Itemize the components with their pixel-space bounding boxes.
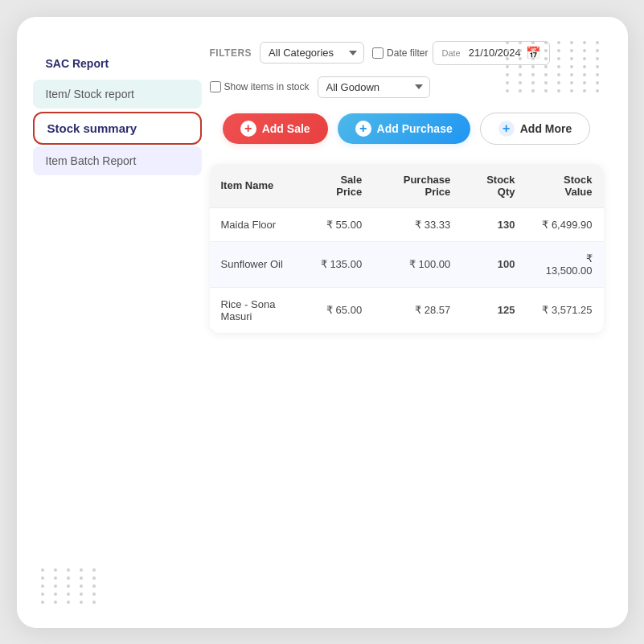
col-stock-value: Stock Value [527, 164, 604, 208]
cell-stock-value: ₹ 6,499.90 [527, 207, 604, 241]
table-row[interactable]: Rice - Sona Masuri₹ 65.00₹ 28.57125₹ 3,5… [210, 287, 604, 333]
table-row[interactable]: Sunflower Oil₹ 135.00₹ 100.00100₹ 13,500… [210, 241, 604, 287]
add-purchase-button[interactable]: + Add Purchase [338, 113, 470, 144]
action-row: + Add Sale + Add Purchase + Add More [210, 113, 604, 145]
cell-stock-value: ₹ 13,500.00 [527, 241, 604, 287]
col-sale-price: Sale Price [306, 164, 373, 208]
cell-sale-price: ₹ 55.00 [306, 207, 373, 241]
filters-label: FILTERS [210, 47, 252, 59]
date-filter-checkbox-wrap: Date filter [372, 47, 428, 59]
sidebar: SAC Report Item/ Stock report Stock summ… [33, 41, 202, 333]
cell-purchase-price: ₹ 100.00 [373, 241, 461, 287]
sidebar-item-item-batch[interactable]: Item Batch Report [33, 146, 202, 175]
cell-stock-qty: 130 [461, 207, 526, 241]
cell-purchase-price: ₹ 28.57 [373, 287, 461, 333]
cell-item-name: Sunflower Oil [210, 241, 307, 287]
cell-sale-price: ₹ 135.00 [306, 241, 373, 287]
col-purchase-price: Purchase Price [373, 164, 461, 208]
add-sale-label: Add Sale [262, 122, 310, 135]
sidebar-item-item-stock[interactable]: Item/ Stock report [33, 80, 202, 109]
cell-purchase-price: ₹ 33.33 [373, 207, 461, 241]
dot-pattern-bottom-left [41, 568, 100, 604]
cell-stock-value: ₹ 3,571.25 [527, 287, 604, 333]
main-card: SAC Report Item/ Stock report Stock summ… [17, 17, 628, 628]
cell-item-name: Rice - Sona Masuri [210, 287, 307, 333]
add-more-label: Add More [520, 122, 572, 135]
godown-dropdown[interactable]: All Godown [318, 76, 430, 98]
dot-pattern-top-right [506, 41, 604, 92]
date-filter-checkbox[interactable] [372, 47, 384, 59]
show-items-label: Show items in stock [224, 81, 310, 92]
date-label: Date [441, 48, 460, 58]
cell-item-name: Maida Floor [210, 207, 307, 241]
cell-stock-qty: 100 [461, 241, 526, 287]
cell-stock-qty: 125 [461, 287, 526, 333]
stock-table: Item Name Sale Price Purchase Price Stoc… [210, 164, 604, 333]
add-more-button[interactable]: + Add More [480, 113, 591, 145]
show-items-checkbox[interactable] [210, 81, 221, 92]
col-item-name: Item Name [210, 164, 307, 208]
sidebar-item-sac-report[interactable]: SAC Report [33, 49, 202, 78]
add-purchase-icon: + [355, 121, 371, 137]
table-row[interactable]: Maida Floor₹ 55.00₹ 33.33130₹ 6,499.90 [210, 207, 604, 241]
add-more-icon: + [498, 121, 515, 137]
table-body: Maida Floor₹ 55.00₹ 33.33130₹ 6,499.90Su… [210, 207, 604, 333]
category-dropdown[interactable]: All Categories [260, 42, 364, 64]
date-filter-label: Date filter [387, 47, 428, 59]
col-stock-qty: Stock Qty [461, 164, 526, 208]
add-sale-button[interactable]: + Add Sale [223, 113, 328, 144]
cell-sale-price: ₹ 65.00 [306, 287, 373, 333]
sidebar-item-stock-summary[interactable]: Stock summary [33, 112, 202, 145]
add-purchase-label: Add Purchase [377, 122, 453, 135]
show-items-checkbox-wrap: Show items in stock [210, 81, 310, 92]
table-header: Item Name Sale Price Purchase Price Stoc… [210, 164, 604, 208]
add-sale-icon: + [240, 121, 256, 137]
